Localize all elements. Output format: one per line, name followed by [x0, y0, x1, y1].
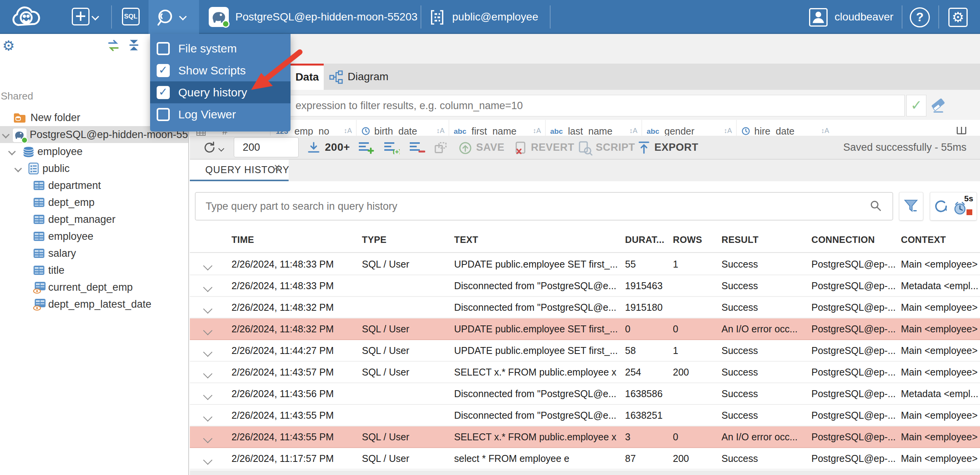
table-row[interactable]: 2/26/2024, 11:17:57 PM SQL / User select…: [190, 448, 980, 470]
fetch-page-icon[interactable]: [307, 142, 320, 155]
column-header-type[interactable]: TYPE: [362, 227, 387, 252]
sort-icon[interactable]: ↕A: [436, 127, 444, 135]
save-button[interactable]: SAVE: [476, 136, 505, 159]
collapse-all-icon[interactable]: [127, 39, 140, 53]
grid-column-last-name[interactable]: abc last_name ↕A: [545, 120, 642, 136]
user-name-label[interactable]: cloudbeaver: [835, 0, 894, 34]
sidebar-item-table-department[interactable]: department: [0, 177, 188, 194]
help-button[interactable]: ?: [910, 7, 930, 27]
query-history-search-input[interactable]: [195, 192, 893, 221]
column-header-text[interactable]: TEXT: [454, 227, 478, 252]
refresh-icon[interactable]: [203, 141, 216, 156]
grid-column-birth-date[interactable]: birth_date ↕A: [356, 120, 449, 136]
topbar-schema-name[interactable]: public@employee: [452, 0, 538, 34]
refresh-chevron-icon[interactable]: [218, 146, 225, 152]
eraser-icon[interactable]: [929, 96, 948, 116]
chevron-down-icon[interactable]: [203, 326, 212, 335]
sidebar-item-table-employee[interactable]: employee: [0, 228, 188, 245]
column-header-duration[interactable]: DURAT...: [625, 227, 664, 252]
column-header-rows[interactable]: ROWS: [673, 227, 702, 252]
revert-icon[interactable]: [514, 141, 527, 157]
row-limit-input[interactable]: [234, 137, 299, 157]
chevron-down-icon[interactable]: [203, 304, 212, 313]
checkbox-unchecked-icon[interactable]: [157, 42, 170, 55]
sidebar-item-table-title[interactable]: title: [0, 262, 188, 279]
checkbox-unchecked-icon[interactable]: [157, 108, 170, 121]
column-header-context[interactable]: CONTEXT: [901, 227, 946, 252]
new-connection-chevron-icon[interactable]: [91, 13, 99, 20]
table-row[interactable]: 2/26/2024, 11:48:32 PM Disconnected from…: [190, 297, 980, 318]
horizontal-scroll-area[interactable]: [190, 470, 980, 475]
refresh-icon[interactable]: [933, 199, 949, 216]
chevron-down-icon[interactable]: [203, 434, 212, 443]
chevron-down-icon[interactable]: [203, 412, 212, 421]
copy-grayed-icon[interactable]: [434, 141, 448, 157]
menu-item-show-scripts[interactable]: Show Scripts: [150, 59, 291, 81]
close-icon[interactable]: ×: [274, 161, 280, 173]
topbar-connection-name[interactable]: PostgreSQL@ep-hidden-moon-55203: [235, 0, 417, 34]
sync-connection-icon[interactable]: [106, 39, 120, 53]
column-header-connection[interactable]: CONNECTION: [811, 227, 875, 252]
export-button[interactable]: EXPORT: [654, 136, 698, 159]
query-history-refresh-group[interactable]: 5s: [930, 192, 977, 221]
export-icon[interactable]: [638, 141, 650, 156]
sidebar-item-table-salary[interactable]: salary: [0, 245, 188, 262]
revert-button[interactable]: REVERT: [531, 136, 574, 159]
grid-column-first-name[interactable]: abc first_name ↕A: [449, 120, 546, 136]
chevron-down-icon[interactable]: [203, 455, 212, 465]
table-row[interactable]: 2/26/2024, 11:48:33 PM SQL / User UPDATE…: [190, 254, 980, 275]
delete-row-icon[interactable]: [409, 141, 425, 156]
sql-editor-button[interactable]: SQL: [122, 8, 140, 25]
apply-filter-button[interactable]: ✓: [906, 95, 926, 116]
settings-button[interactable]: ⚙: [948, 8, 968, 27]
chevron-down-icon[interactable]: [203, 391, 212, 400]
grid-column-gender[interactable]: abc gender ↕A: [642, 120, 737, 136]
save-icon[interactable]: [458, 141, 472, 157]
tools-menu-button[interactable]: [149, 0, 199, 34]
duplicate-row-icon[interactable]: (+): [384, 141, 400, 156]
checkbox-checked-icon[interactable]: [157, 86, 170, 99]
table-row[interactable]: 2/26/2024, 11:43:57 PM SQL / User SELECT…: [190, 362, 980, 383]
stop-auto-refresh-icon[interactable]: [966, 209, 972, 215]
tab-diagram[interactable]: Diagram: [324, 64, 428, 90]
chevron-down-icon[interactable]: [203, 347, 212, 357]
sort-icon[interactable]: ↕A: [724, 127, 732, 135]
chevron-down-icon[interactable]: [203, 369, 212, 378]
sidebar-item-schema-public[interactable]: public: [0, 160, 188, 177]
column-header-result[interactable]: RESULT: [721, 227, 759, 252]
menu-item-log-viewer[interactable]: Log Viewer: [150, 103, 291, 125]
add-row-icon[interactable]: [358, 141, 374, 156]
sidebar-item-database-employee[interactable]: employee: [0, 143, 188, 160]
new-connection-button[interactable]: [72, 8, 90, 25]
chevron-down-icon[interactable]: [203, 261, 212, 270]
script-icon[interactable]: [578, 141, 593, 157]
tab-data[interactable]: Data: [291, 64, 324, 90]
tree-settings-gear-icon[interactable]: ⚙: [2, 38, 15, 54]
sidebar-item-table-dept-emp[interactable]: dept_emp: [0, 194, 188, 211]
grid-columns-view-icon[interactable]: [956, 126, 967, 136]
sidebar-item-view-current-dept-emp[interactable]: current_dept_emp: [0, 279, 188, 296]
checkbox-checked-icon[interactable]: [157, 64, 170, 77]
table-row[interactable]: 2/26/2024, 11:43:55 PM SQL / User SELECT…: [190, 426, 980, 448]
grid-column-hire-date[interactable]: hire_date ↕A: [736, 120, 834, 136]
chevron-down-icon[interactable]: [203, 283, 212, 292]
table-row[interactable]: 2/26/2024, 11:48:33 PM Disconnected from…: [190, 275, 980, 297]
sort-icon[interactable]: ↕A: [821, 127, 829, 135]
table-row[interactable]: 2/26/2024, 11:43:55 PM Disconnected from…: [190, 405, 980, 426]
table-row[interactable]: 2/26/2024, 11:43:56 PM Disconnected from…: [190, 383, 980, 405]
sort-icon[interactable]: ↕A: [344, 127, 352, 135]
script-button[interactable]: SCRIPT: [596, 136, 635, 159]
sort-icon[interactable]: ↕A: [629, 127, 637, 135]
menu-item-query-history[interactable]: Query history: [150, 81, 291, 103]
user-avatar-icon[interactable]: [809, 8, 828, 27]
table-row[interactable]: 2/26/2024, 11:44:27 PM SQL / User UPDATE…: [190, 340, 980, 362]
filter-expression-input[interactable]: [190, 95, 905, 116]
fetch-more-label[interactable]: 200+: [325, 136, 350, 159]
sidebar-item-view-dept-emp-latest-date[interactable]: dept_emp_latest_date: [0, 296, 188, 313]
query-history-filter-button[interactable]: [899, 192, 923, 221]
tab-query-history[interactable]: QUERY HISTORY ×: [190, 160, 289, 182]
sort-icon[interactable]: ↕A: [533, 127, 541, 135]
sidebar-item-table-dept-manager[interactable]: dept_manager: [0, 211, 188, 228]
table-row[interactable]: 2/26/2024, 11:48:32 PM SQL / User UPDATE…: [190, 318, 980, 340]
column-header-time[interactable]: TIME: [231, 227, 254, 252]
